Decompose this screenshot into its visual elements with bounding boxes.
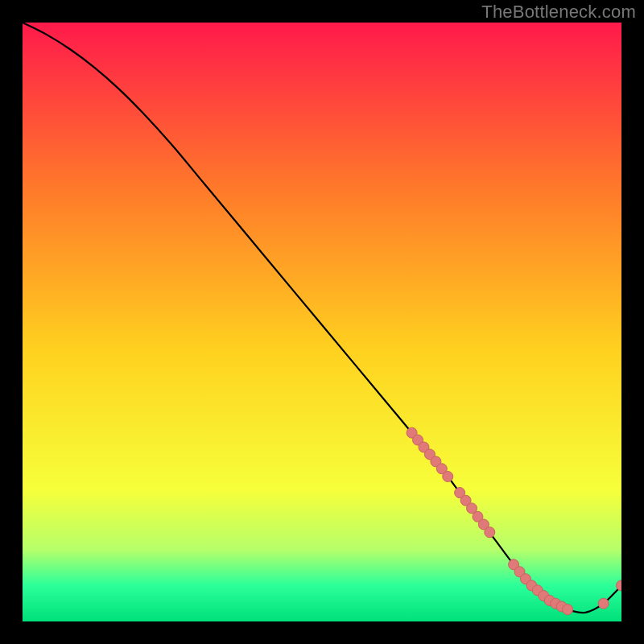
plot-area	[23, 23, 621, 621]
watermark-text: TheBottleneck.com	[481, 2, 636, 23]
data-point	[563, 605, 573, 615]
data-point	[598, 598, 609, 609]
gradient-background	[23, 23, 621, 621]
chart-frame: TheBottleneck.com	[0, 0, 644, 644]
data-point	[443, 471, 453, 481]
data-point	[485, 527, 495, 538]
plot-svg	[23, 23, 621, 621]
